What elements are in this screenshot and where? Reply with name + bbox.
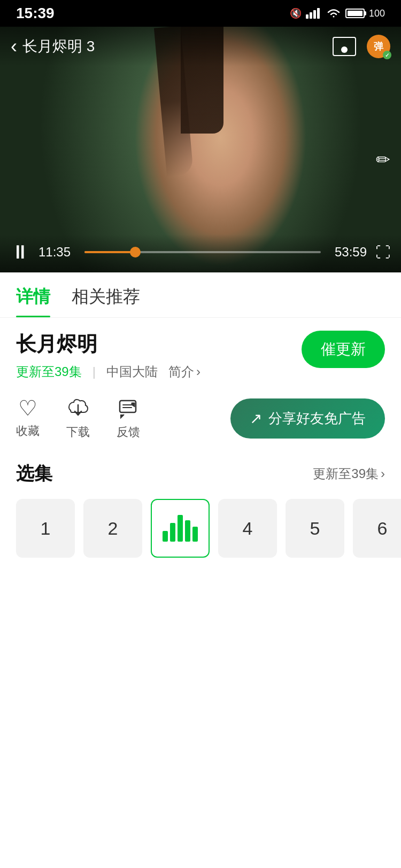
video-back-nav[interactable]: ‹ 长月烬明 3	[11, 36, 95, 57]
share-label: 分享好友免广告	[268, 409, 366, 428]
progress-fill	[84, 251, 135, 253]
download-icon	[66, 396, 90, 420]
feedback-button[interactable]: 反馈	[117, 396, 140, 440]
danmaku-check-icon: ✓	[383, 51, 391, 59]
share-button[interactable]: ↗ 分享好友免广告	[230, 398, 385, 439]
show-name: 长月烬明	[16, 331, 200, 358]
signal-icon	[306, 8, 322, 19]
battery-percent: 100	[369, 8, 385, 19]
feedback-label: 反馈	[117, 424, 140, 440]
episode-item-6[interactable]: 6	[353, 499, 401, 558]
episode-chevron-icon: ›	[381, 466, 385, 481]
pause-button[interactable]: ⏸	[11, 243, 30, 262]
intro-link[interactable]: 简介 ›	[168, 363, 200, 380]
share-icon: ↗	[250, 410, 262, 427]
pencil-edit-icon[interactable]: ✏	[376, 150, 390, 170]
favorite-button[interactable]: ♡ 收藏	[16, 397, 40, 439]
episode-section: 选集 更新至39集 › 1 2 4 5 6	[0, 451, 401, 568]
meta-divider: |	[92, 364, 96, 379]
episode-grid: 1 2 4 5 6	[16, 499, 385, 558]
svg-rect-5	[120, 401, 136, 412]
progress-bar[interactable]	[84, 251, 321, 253]
fullscreen-button[interactable]: ⛶	[375, 244, 390, 261]
tab-recommendations[interactable]: 相关推荐	[72, 285, 140, 317]
urge-update-button[interactable]: 催更新	[302, 331, 385, 368]
episode-playing-bars	[163, 515, 198, 542]
show-info-left: 长月烬明 更新至39集 | 中国大陆 简介 ›	[16, 331, 200, 380]
episode-more-link[interactable]: 更新至39集 ›	[313, 465, 385, 482]
action-row: ♡ 收藏 下载 反馈	[0, 391, 401, 451]
episode-item-3[interactable]	[151, 499, 210, 558]
episode-item-5[interactable]: 5	[286, 499, 344, 558]
tab-details[interactable]: 详情	[16, 285, 50, 317]
intro-chevron-icon: ›	[196, 364, 200, 379]
tabs-row: 详情 相关推荐	[0, 272, 401, 318]
svg-rect-0	[306, 14, 309, 19]
wifi-icon	[326, 8, 341, 19]
episode-section-title: 选集	[16, 462, 52, 486]
episode-more-label: 更新至39集	[313, 465, 379, 482]
svg-rect-3	[317, 8, 320, 19]
total-time: 53:59	[329, 245, 367, 260]
video-title: 长月烬明 3	[22, 36, 95, 57]
svg-rect-2	[313, 10, 316, 19]
battery-icon	[345, 9, 365, 18]
episode-item-4[interactable]: 4	[218, 499, 277, 558]
video-player[interactable]: ‹ 长月烬明 3 弹 ✓ ✏ ⏸ 11:35 53:59 ⛶	[0, 27, 401, 272]
action-buttons: ♡ 收藏 下载 反馈	[16, 396, 140, 440]
back-arrow-icon[interactable]: ‹	[11, 37, 17, 56]
mute-icon: 🔇	[290, 7, 302, 19]
status-icons: 🔇 100	[290, 7, 385, 19]
update-status: 更新至39集	[16, 363, 82, 380]
favorite-label: 收藏	[16, 423, 40, 439]
danmaku-button[interactable]: 弹 ✓	[367, 35, 390, 58]
controls-row: ⏸ 11:35 53:59 ⛶	[11, 243, 390, 262]
bottom-space	[0, 568, 401, 868]
svg-rect-1	[310, 12, 312, 19]
download-button[interactable]: 下载	[66, 396, 90, 440]
show-meta: 更新至39集 | 中国大陆 简介 ›	[16, 363, 200, 380]
cast-icon[interactable]	[333, 37, 356, 56]
download-label: 下载	[66, 424, 90, 440]
heart-icon: ♡	[18, 397, 37, 419]
video-header-right: 弹 ✓	[333, 35, 390, 58]
current-time: 11:35	[38, 245, 76, 260]
feedback-icon	[117, 396, 140, 420]
status-time: 15:39	[16, 5, 55, 22]
episode-item-2[interactable]: 2	[83, 499, 142, 558]
video-controls: ⏸ 11:35 53:59 ⛶	[0, 234, 401, 272]
video-header: ‹ 长月烬明 3 弹 ✓	[0, 27, 401, 66]
show-info: 长月烬明 更新至39集 | 中国大陆 简介 › 催更新	[0, 318, 401, 391]
episode-header: 选集 更新至39集 ›	[16, 462, 385, 486]
meta-region: 中国大陆	[106, 363, 158, 380]
episode-item-1[interactable]: 1	[16, 499, 75, 558]
progress-thumb[interactable]	[130, 247, 141, 257]
content-area: 详情 相关推荐 长月烬明 更新至39集 | 中国大陆 简介 › 催更新 ♡	[0, 272, 401, 868]
status-bar: 15:39 🔇 100	[0, 0, 401, 27]
